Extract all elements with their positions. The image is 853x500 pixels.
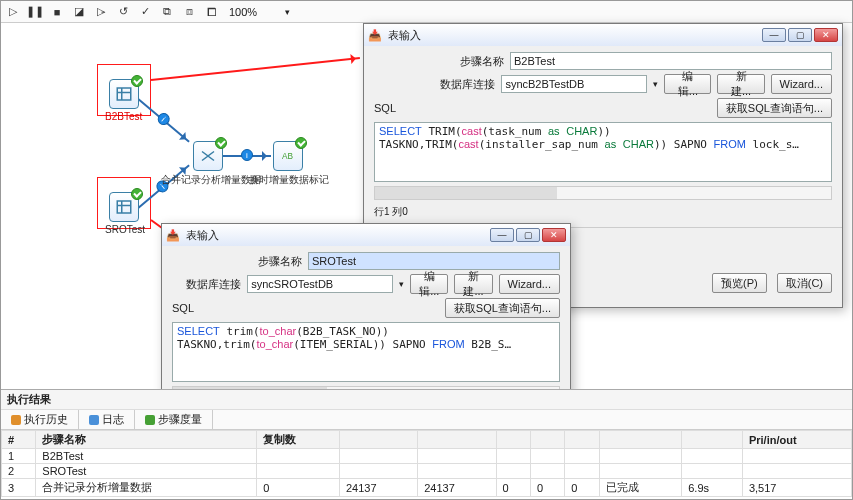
close-button[interactable]: ✕ bbox=[542, 228, 566, 242]
edit-connection-button[interactable]: 编辑... bbox=[410, 274, 448, 294]
col-header[interactable] bbox=[496, 431, 530, 449]
preview-icon[interactable]: ◪ bbox=[71, 4, 87, 20]
cancel-button[interactable]: 取消(C) bbox=[777, 273, 832, 293]
debug-icon[interactable]: ▷̵ bbox=[93, 4, 109, 20]
close-button[interactable]: ✕ bbox=[814, 28, 838, 42]
edit-connection-button[interactable]: 编辑... bbox=[664, 74, 711, 94]
sql-label: SQL bbox=[374, 102, 711, 114]
table-row[interactable]: 3合并记录分析增量数据02413724137000已完成6.9s3,517 bbox=[2, 479, 852, 497]
new-connection-button[interactable]: 新建... bbox=[717, 74, 764, 94]
col-header[interactable] bbox=[565, 431, 599, 449]
step-label: B2BTest bbox=[105, 111, 142, 122]
preview-button[interactable]: 预览(P) bbox=[712, 273, 767, 293]
app-icon: 📥 bbox=[166, 229, 180, 242]
check-icon[interactable]: ✓ bbox=[137, 4, 153, 20]
step-name-label: 步骤名称 bbox=[374, 54, 504, 69]
sql-textarea[interactable]: SELECT trim(to_char(B2B_TASK_NO)) TASKNO… bbox=[172, 322, 560, 382]
table-row[interactable]: 1B2BTest bbox=[2, 449, 852, 464]
dialog-title: 表输入 bbox=[186, 228, 484, 243]
svg-rect-3 bbox=[117, 201, 131, 213]
connection-label: 数据库连接 bbox=[374, 77, 495, 92]
app-icon: 📥 bbox=[368, 29, 382, 42]
svg-rect-0 bbox=[117, 88, 131, 100]
hop-3[interactable]: i bbox=[223, 155, 271, 157]
pointer-arrow-1 bbox=[151, 57, 360, 81]
sql-label: SQL bbox=[172, 302, 439, 314]
step-label: 合并记录分析增量数据 bbox=[161, 173, 261, 187]
results-title: 执行结果 bbox=[1, 390, 852, 410]
new-connection-button[interactable]: 新建... bbox=[454, 274, 492, 294]
wizard-button[interactable]: Wizard... bbox=[499, 274, 560, 294]
step-merge[interactable] bbox=[193, 141, 223, 171]
table-row[interactable]: 2SROTest bbox=[2, 464, 852, 479]
stop-icon[interactable]: ■ bbox=[49, 4, 65, 20]
minimize-button[interactable]: — bbox=[490, 228, 514, 242]
pause-icon[interactable]: ❚❚ bbox=[27, 4, 43, 20]
step-b2btest[interactable] bbox=[109, 79, 139, 109]
step-name-input[interactable] bbox=[510, 52, 832, 70]
connection-label: 数据库连接 bbox=[172, 277, 241, 292]
wizard-button[interactable]: Wizard... bbox=[771, 74, 832, 94]
maximize-button[interactable]: ▢ bbox=[516, 228, 540, 242]
get-sql-button[interactable]: 获取SQL查询语句... bbox=[717, 98, 832, 118]
step-srotest[interactable] bbox=[109, 192, 139, 222]
svg-text:AB: AB bbox=[282, 152, 294, 161]
col-header[interactable]: # bbox=[2, 431, 36, 449]
minimize-button[interactable]: — bbox=[762, 28, 786, 42]
tab-log[interactable]: 日志 bbox=[79, 410, 135, 429]
col-header[interactable] bbox=[530, 431, 564, 449]
col-header[interactable]: 复制数 bbox=[257, 431, 340, 449]
step-name-input[interactable] bbox=[308, 252, 560, 270]
run-icon[interactable]: ▷ bbox=[5, 4, 21, 20]
table-input-icon bbox=[115, 198, 133, 216]
dialog-title: 表输入 bbox=[388, 28, 756, 43]
merge-icon bbox=[199, 147, 217, 165]
metrics-table[interactable]: #步骤名称复制数Pri/in/out 1B2BTest2SROTest3合并记录… bbox=[1, 430, 852, 497]
col-header[interactable] bbox=[599, 431, 682, 449]
execution-results-panel: 执行结果 执行历史 日志 步骤度量 #步骤名称复制数Pri/in/out 1B2… bbox=[1, 389, 852, 499]
maximize-button[interactable]: ▢ bbox=[788, 28, 812, 42]
explore-icon[interactable]: ⧈ bbox=[181, 4, 197, 20]
col-header[interactable] bbox=[339, 431, 417, 449]
connection-select[interactable] bbox=[247, 275, 393, 293]
dropdown-icon[interactable]: ▾ bbox=[285, 7, 290, 17]
connection-select[interactable] bbox=[501, 75, 647, 93]
step-name-label: 步骤名称 bbox=[172, 254, 302, 269]
step-label: SROTest bbox=[105, 224, 145, 235]
col-header[interactable] bbox=[418, 431, 496, 449]
col-header[interactable] bbox=[682, 431, 743, 449]
main-toolbar: ▷ ❚❚ ■ ◪ ▷̵ ↺ ✓ ⧉ ⧈ ⧠ ▾ bbox=[1, 1, 852, 23]
zoom-select[interactable] bbox=[229, 6, 279, 18]
step-flag[interactable]: AB bbox=[273, 141, 303, 171]
col-header[interactable]: 步骤名称 bbox=[36, 431, 257, 449]
step-label: 换时增量数据标记 bbox=[249, 173, 329, 187]
hop-1[interactable]: i bbox=[136, 97, 189, 142]
table-input-icon bbox=[115, 85, 133, 103]
caret-position: 行1 列0 bbox=[374, 204, 832, 220]
results-tabs: 执行历史 日志 步骤度量 bbox=[1, 410, 852, 430]
sql-textarea[interactable]: SELECT TRIM(cast(task_num as CHAR)) TASK… bbox=[374, 122, 832, 182]
tab-history[interactable]: 执行历史 bbox=[1, 410, 79, 429]
get-sql-button[interactable]: 获取SQL查询语句... bbox=[445, 298, 560, 318]
sql-icon[interactable]: ⧉ bbox=[159, 4, 175, 20]
replay-icon[interactable]: ↺ bbox=[115, 4, 131, 20]
scrollbar-horizontal[interactable] bbox=[374, 186, 832, 200]
show-icon[interactable]: ⧠ bbox=[203, 4, 219, 20]
ab-icon: AB bbox=[279, 147, 297, 165]
col-header[interactable]: Pri/in/out bbox=[742, 431, 851, 449]
tab-metrics[interactable]: 步骤度量 bbox=[135, 410, 213, 429]
